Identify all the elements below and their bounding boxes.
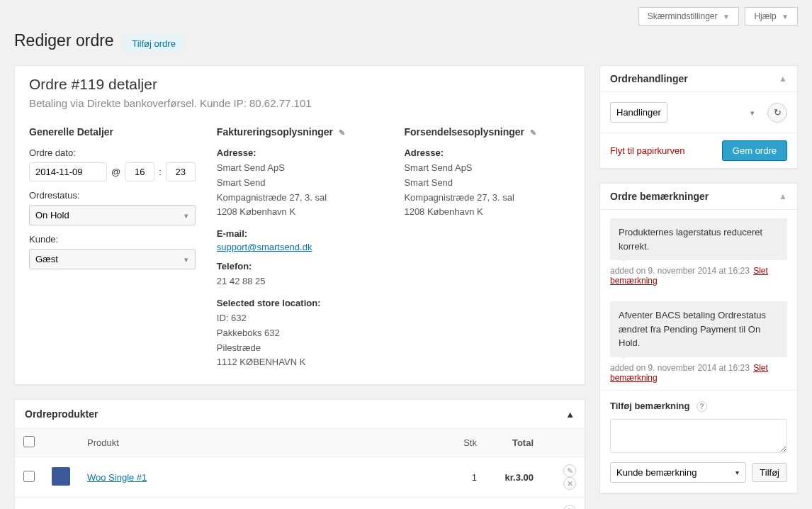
order-status-select[interactable]: On Hold bbox=[29, 205, 196, 225]
billing-address-label: Adresse: bbox=[217, 147, 383, 158]
col-qty: Stk bbox=[443, 429, 485, 457]
row-qty bbox=[443, 498, 485, 509]
order-details-box: Ordre #119 detaljer Betaling via Direkte… bbox=[14, 65, 585, 385]
billing-phone-label: Telefon: bbox=[217, 261, 383, 272]
help-icon[interactable]: ? bbox=[697, 401, 707, 412]
order-notes-box: Ordre bemærkninger ▲ Produkternes lagers… bbox=[599, 183, 798, 493]
pencil-icon[interactable]: ✎ bbox=[530, 128, 536, 137]
billing-phone: 21 42 88 25 bbox=[217, 274, 383, 289]
shipping-column: Forsendelsesoplysninger ✎ Adresse: Smart… bbox=[404, 126, 570, 370]
screen-options-label: Skærmindstillinger bbox=[648, 11, 718, 21]
page-title: Rediger ordre bbox=[14, 31, 114, 50]
product-link[interactable]: Woo Single #1 bbox=[87, 472, 147, 483]
order-actions-heading: Ordrehandlinger bbox=[610, 73, 688, 84]
note-textarea[interactable] bbox=[610, 419, 787, 453]
screen-options-button[interactable]: Skærmindstillinger ▼ bbox=[638, 7, 739, 26]
chevron-down-icon: ▼ bbox=[723, 13, 730, 21]
shipping-heading: Forsendelsesoplysninger bbox=[404, 126, 524, 138]
add-note-button[interactable]: Tilføj bbox=[752, 463, 787, 482]
table-row: Woo Single #1 1 kr.3.00 ✎ ✕ bbox=[15, 457, 585, 498]
billing-email-label: E-mail: bbox=[217, 228, 383, 239]
general-heading: Generelle Detaljer bbox=[29, 126, 196, 138]
customer-label: Kunde: bbox=[29, 234, 196, 245]
chevron-down-icon: ▼ bbox=[782, 13, 789, 21]
row-total: kr.3.00 bbox=[485, 457, 542, 498]
row-qty: 1 bbox=[443, 457, 485, 498]
order-actions-select[interactable]: Handlinger bbox=[610, 102, 667, 123]
collapse-icon[interactable]: ▲ bbox=[565, 409, 575, 420]
billing-address: Smart Send ApS Smart Send Kompagnistræde… bbox=[217, 161, 383, 220]
row-total: kr.5.00 bbox=[485, 498, 542, 509]
shipping-name: PostDanmark bbox=[79, 498, 443, 509]
help-label: Hjælp bbox=[754, 11, 776, 21]
order-note-meta: added on 9. november 2014 at 16:23 Slet … bbox=[600, 360, 797, 390]
general-details-column: Generelle Detaljer Ordre dato: @ : Ordre… bbox=[29, 126, 196, 370]
table-row: ⛟ PostDanmark kr.5.00 ✎ ✕ bbox=[15, 498, 585, 509]
order-subtitle: Betaling via Direkte bankoverførsel. Kun… bbox=[29, 97, 570, 109]
order-items-table: Produkt Stk Total Woo Single #1 1 kr. bbox=[15, 429, 585, 509]
order-notes-heading: Ordre bemærkninger bbox=[610, 191, 709, 202]
shipping-address-label: Adresse: bbox=[404, 147, 570, 158]
shipping-address: Smart Send ApS Smart Send Kompagnistræde… bbox=[404, 161, 570, 220]
select-all-checkbox[interactable] bbox=[23, 436, 35, 447]
pencil-icon[interactable]: ✎ bbox=[563, 505, 576, 509]
col-product: Produkt bbox=[79, 429, 443, 457]
delete-icon[interactable]: ✕ bbox=[563, 477, 576, 490]
billing-column: Faktureringsoplysninger ✎ Adresse: Smart… bbox=[217, 126, 383, 370]
collapse-icon[interactable]: ▲ bbox=[779, 74, 787, 84]
add-order-button[interactable]: Tilføj ordre bbox=[123, 35, 184, 52]
refresh-icon: ↻ bbox=[774, 107, 782, 118]
order-title: Ordre #119 detaljer bbox=[29, 76, 570, 93]
customer-select[interactable]: Gæst bbox=[29, 249, 196, 269]
pencil-icon[interactable]: ✎ bbox=[339, 128, 345, 137]
apply-action-button[interactable]: ↻ bbox=[767, 103, 787, 123]
trash-link[interactable]: Flyt til papirkurven bbox=[610, 145, 684, 156]
order-items-heading: Ordreprodukter bbox=[25, 408, 98, 420]
help-button[interactable]: Hjælp ▼ bbox=[745, 7, 798, 26]
billing-email-link[interactable]: support@smartsend.dk bbox=[217, 242, 312, 252]
billing-heading: Faktureringsoplysninger bbox=[217, 126, 333, 138]
order-minute-input[interactable] bbox=[166, 162, 196, 181]
order-note: Afventer BACS betaling Ordrestatus ændre… bbox=[610, 301, 787, 357]
col-total: Total bbox=[485, 429, 542, 457]
add-note-heading: Tilføj bemærkning bbox=[610, 401, 689, 411]
order-note: Produkternes lagerstatus reduceret korre… bbox=[610, 218, 787, 260]
store-location-label: Selected store location: bbox=[217, 298, 383, 308]
store-location: ID: 632 Pakkeboks 632 Pilestræde 1112 KØ… bbox=[217, 311, 383, 370]
order-date-input[interactable] bbox=[29, 162, 107, 181]
save-order-button[interactable]: Gem ordre bbox=[722, 140, 787, 161]
product-thumbnail bbox=[52, 467, 70, 486]
collapse-icon[interactable]: ▲ bbox=[779, 191, 787, 201]
row-checkbox[interactable] bbox=[23, 471, 35, 482]
order-date-label: Ordre dato: bbox=[29, 147, 196, 158]
order-items-box: Ordreprodukter ▲ Produkt Stk Total bbox=[14, 399, 585, 509]
order-actions-box: Ordrehandlinger ▲ Handlinger ↻ Flyt til … bbox=[599, 65, 798, 169]
order-hour-input[interactable] bbox=[125, 162, 154, 181]
order-status-label: Ordrestatus: bbox=[29, 190, 196, 201]
note-type-select[interactable]: Kunde bemærkning bbox=[610, 462, 746, 483]
pencil-icon[interactable]: ✎ bbox=[563, 464, 576, 477]
at-symbol: @ bbox=[111, 167, 120, 177]
order-note-meta: added on 9. november 2014 at 16:23 Slet … bbox=[600, 263, 797, 293]
colon-symbol: : bbox=[159, 167, 162, 177]
